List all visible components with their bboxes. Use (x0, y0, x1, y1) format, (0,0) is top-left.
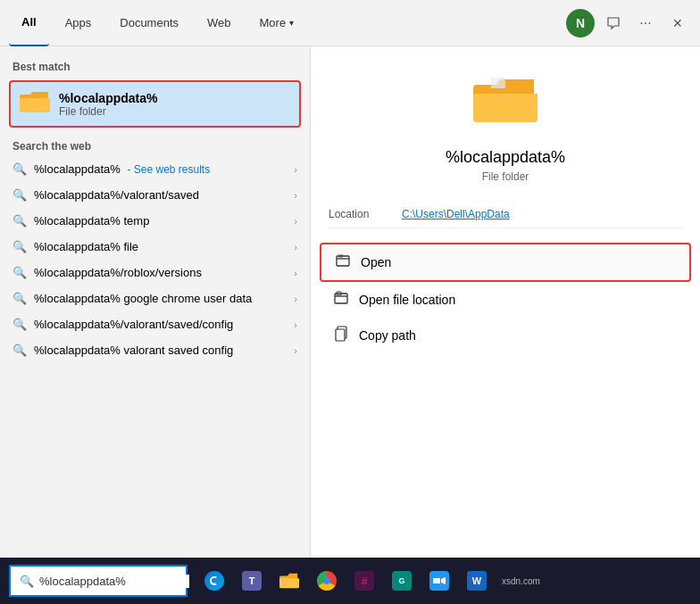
close-icon[interactable]: ✕ (664, 10, 691, 37)
chevron-right-icon: › (294, 242, 297, 252)
result-text-4: %localappdata%/roblox/versions (34, 266, 202, 279)
top-bar-actions: N ··· ✕ (566, 9, 691, 37)
tab-web[interactable]: Web (195, 0, 244, 46)
folder-icon-right (473, 73, 538, 139)
best-match-text: %localappdata% File folder (59, 91, 157, 118)
result-text-2: %localappdata% temp (34, 214, 149, 228)
feedback-icon[interactable] (600, 10, 627, 37)
word-icon[interactable]: W (459, 563, 495, 599)
chevron-right-icon: › (294, 164, 297, 175)
taskbar-search-input[interactable] (39, 575, 189, 588)
taskbar-search-area[interactable]: 🔍 (9, 565, 188, 597)
teams-icon[interactable]: T (234, 563, 270, 599)
svg-rect-0 (491, 78, 505, 88)
open-icon (336, 252, 352, 272)
action-open-label: Open (361, 255, 391, 269)
search-icon: 🔍 (12, 240, 27, 253)
slack-icon[interactable]: # (346, 563, 382, 599)
action-open-file-location-label: Open file location (359, 293, 455, 307)
tab-more[interactable]: More ▾ (247, 0, 307, 46)
result-item-5[interactable]: 🔍 %localappdata% google chrome user data… (0, 285, 310, 311)
tab-documents[interactable]: Documents (107, 0, 191, 46)
tab-more-label: More (260, 16, 287, 29)
chevron-right-icon: › (294, 190, 297, 201)
best-match-label: Best match (0, 55, 310, 77)
action-copy-path-label: Copy path (359, 328, 416, 343)
open-file-location-icon (334, 290, 350, 310)
tab-all[interactable]: All (9, 0, 49, 46)
zoom-icon[interactable] (421, 563, 457, 599)
file-explorer-icon[interactable] (271, 563, 307, 599)
search-icon: 🔍 (12, 318, 27, 331)
search-icon: 🔍 (12, 292, 27, 305)
result-text-5: %localappdata% google chrome user data (34, 292, 252, 305)
chrome-icon[interactable] (309, 563, 345, 599)
edge-icon[interactable] (196, 563, 232, 599)
taskbar-icons: T # G (196, 563, 540, 599)
chevron-right-icon: › (294, 319, 297, 330)
avatar[interactable]: N (566, 9, 595, 37)
location-label: Location (329, 208, 391, 220)
search-icon: 🔍 (12, 343, 27, 357)
left-panel: Best match %localappdata% File folder Se… (0, 46, 311, 558)
action-open[interactable]: Open (320, 243, 691, 282)
best-match-item[interactable]: %localappdata% File folder (9, 80, 301, 128)
best-match-subtitle: File folder (59, 105, 157, 118)
result-text-1: %localappdata%/valorant/saved (34, 188, 199, 202)
right-info: Location C:\Users\Dell\AppData (311, 201, 700, 228)
result-item-4[interactable]: 🔍 %localappdata%/roblox/versions › (0, 260, 310, 285)
result-item-2[interactable]: 🔍 %localappdata% temp › (0, 208, 310, 234)
tab-web-label: Web (207, 16, 231, 29)
taskbar: 🔍 T # (0, 558, 700, 604)
location-link[interactable]: C:\Users\Dell\AppData (402, 208, 510, 220)
svg-rect-6 (336, 329, 345, 341)
search-web-label: Search the web (0, 135, 310, 156)
search-icon: 🔍 (12, 188, 27, 202)
best-match-title: %localappdata% (59, 91, 157, 105)
svg-rect-2 (338, 254, 343, 258)
right-panel: %localappdata% File folder Location C:\U… (311, 46, 700, 558)
result-item-1[interactable]: 🔍 %localappdata%/valorant/saved › (0, 182, 310, 208)
meet-icon[interactable]: G (384, 563, 420, 599)
chevron-right-icon: › (294, 216, 297, 227)
folder-icon-large (20, 89, 50, 119)
avatar-initial: N (576, 16, 585, 30)
copy-path-icon (334, 326, 350, 345)
tab-apps-label: Apps (65, 16, 92, 29)
action-copy-path[interactable]: Copy path (320, 318, 691, 353)
right-subtitle: File folder (482, 170, 529, 183)
result-text-0: %localappdata% - See web results (34, 162, 210, 176)
search-icon: 🔍 (12, 214, 27, 228)
tab-apps[interactable]: Apps (53, 0, 104, 46)
chevron-down-icon: ▾ (289, 18, 294, 28)
taskbar-search-icon: 🔍 (20, 575, 34, 588)
result-item-6[interactable]: 🔍 %localappdata%/valorant/saved/config › (0, 311, 310, 337)
result-subtext-0: - See web results (127, 163, 210, 176)
tab-all-label: All (21, 15, 37, 29)
action-list: Open Open file location (311, 243, 700, 353)
main-container: Best match %localappdata% File folder Se… (0, 46, 700, 558)
watermark: xsdn.com (502, 576, 540, 586)
result-text-7: %localappdata% valorant saved config (34, 343, 233, 357)
result-item-3[interactable]: 🔍 %localappdata% file › (0, 234, 310, 260)
result-item-0[interactable]: 🔍 %localappdata% - See web results › (0, 156, 310, 182)
right-title: %localappdata% (446, 148, 565, 167)
search-icon: 🔍 (12, 266, 27, 279)
action-open-file-location[interactable]: Open file location (320, 282, 691, 318)
chevron-right-icon: › (294, 345, 297, 356)
search-icon: 🔍 (12, 162, 27, 176)
location-row: Location C:\Users\Dell\AppData (329, 201, 682, 228)
top-navigation: All Apps Documents Web More ▾ N ··· ✕ (0, 0, 700, 46)
more-options-icon[interactable]: ··· (632, 10, 659, 37)
chevron-right-icon: › (294, 268, 297, 278)
result-text-6: %localappdata%/valorant/saved/config (34, 318, 233, 331)
chevron-right-icon: › (294, 294, 297, 304)
result-text-3: %localappdata% file (34, 240, 138, 253)
result-item-7[interactable]: 🔍 %localappdata% valorant saved config › (0, 337, 310, 363)
tab-documents-label: Documents (120, 16, 179, 29)
